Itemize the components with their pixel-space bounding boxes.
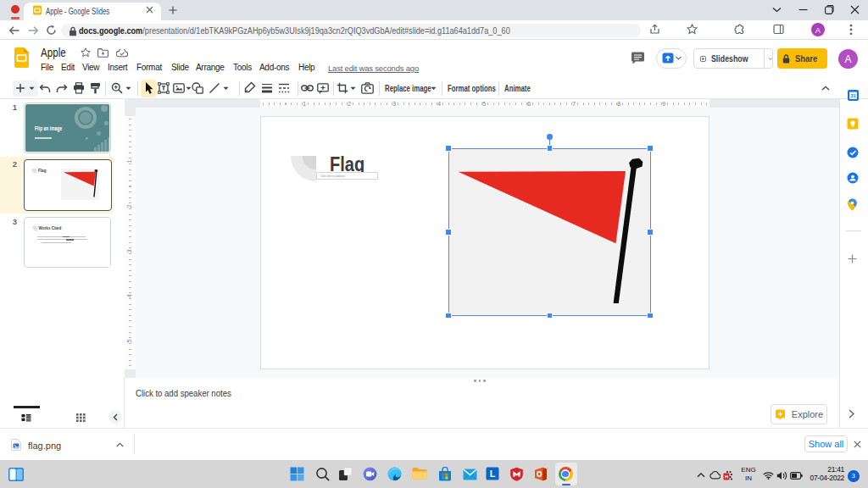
svg-text:L: L: [489, 469, 495, 479]
svg-text:31: 31: [850, 93, 855, 98]
